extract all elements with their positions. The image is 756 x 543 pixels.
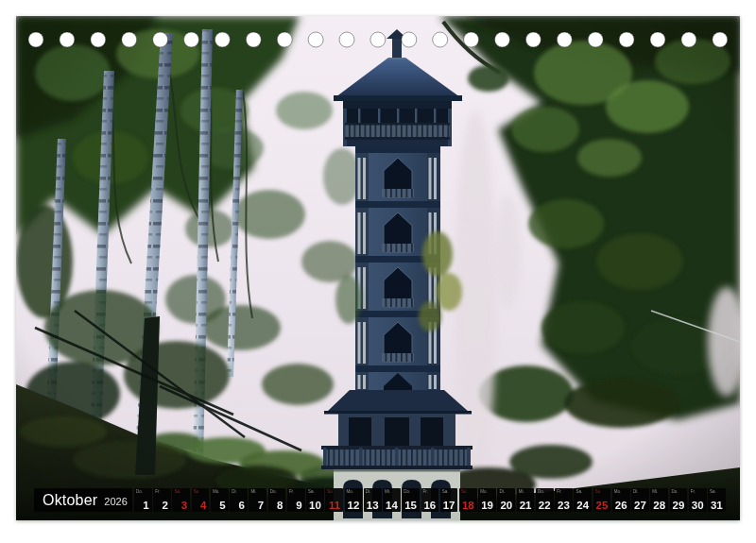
day-cells: Do.1Fr.2Sa.3So.4Mo.5Di.6Mi.7Do.8Fr.9Sa.1… bbox=[134, 488, 726, 512]
day-number: 27 bbox=[631, 500, 649, 511]
day-number: 9 bbox=[287, 500, 305, 511]
day-number: 31 bbox=[708, 500, 726, 511]
day-number: 17 bbox=[440, 500, 458, 511]
weekday-abbr: Di. bbox=[366, 489, 371, 494]
weekday-abbr: Di. bbox=[499, 489, 505, 494]
weekday-abbr: Sa. bbox=[308, 489, 315, 494]
calendar-day: Mo.19 bbox=[478, 488, 496, 512]
calendar-day: Sa.3 bbox=[172, 488, 190, 512]
punch-hole bbox=[60, 32, 75, 47]
punch-hole bbox=[713, 32, 728, 47]
weekday-abbr: Fr. bbox=[155, 489, 160, 494]
weekday-abbr: Sa. bbox=[710, 489, 716, 494]
day-number: 5 bbox=[211, 500, 229, 511]
calendar-day: Fr.16 bbox=[421, 488, 439, 512]
calendar-day: Sa.24 bbox=[574, 488, 592, 512]
punch-hole bbox=[433, 32, 448, 47]
calendar-day: Di.27 bbox=[631, 488, 649, 512]
weekday-abbr: Sa. bbox=[442, 489, 449, 494]
calendar-strip: Oktober 2026 Do.1Fr.2Sa.3So.4Mo.5Di.6Mi.… bbox=[34, 488, 726, 512]
punch-hole bbox=[370, 32, 386, 47]
day-number: 18 bbox=[459, 500, 477, 511]
punch-hole bbox=[681, 32, 696, 47]
day-number: 1 bbox=[134, 500, 152, 511]
calendar-day: Do.29 bbox=[670, 488, 688, 512]
calendar-day: Sa.17 bbox=[440, 488, 458, 512]
calendar-day: Mo.26 bbox=[612, 488, 630, 512]
calendar-day: Do.22 bbox=[536, 488, 554, 512]
day-number: 3 bbox=[172, 500, 190, 511]
calendar-day: Fr.30 bbox=[689, 488, 707, 512]
weekday-abbr: Mo. bbox=[347, 489, 354, 494]
punch-hole bbox=[215, 32, 230, 47]
punch-hole bbox=[339, 32, 354, 47]
calendar-day: Mi.7 bbox=[249, 488, 266, 512]
weekday-abbr: So. bbox=[194, 489, 200, 494]
day-number: 21 bbox=[517, 500, 535, 511]
punch-hole bbox=[588, 32, 603, 47]
day-number: 29 bbox=[670, 500, 688, 511]
calendar-day: Di.13 bbox=[364, 488, 382, 512]
weekday-abbr: Fr. bbox=[557, 489, 561, 494]
punch-hole bbox=[122, 32, 137, 47]
month-label: Oktober 2026 bbox=[34, 488, 132, 512]
day-number: 6 bbox=[230, 500, 248, 511]
punch-hole bbox=[619, 32, 634, 47]
punch-hole bbox=[277, 32, 292, 47]
weekday-abbr: Do. bbox=[672, 489, 679, 494]
weekday-abbr: Fr. bbox=[289, 489, 294, 494]
weekday-abbr: So. bbox=[595, 489, 602, 494]
punch-hole bbox=[28, 32, 43, 47]
day-number: 25 bbox=[593, 500, 611, 511]
binding-holes bbox=[28, 32, 728, 47]
calendar-photo bbox=[16, 16, 740, 520]
weekday-abbr: So. bbox=[461, 489, 468, 494]
punch-hole bbox=[495, 32, 510, 47]
calendar-day: Do.15 bbox=[402, 488, 420, 512]
calendar-day: Mi.21 bbox=[517, 488, 535, 512]
day-number: 20 bbox=[497, 500, 515, 511]
day-number: 23 bbox=[555, 500, 573, 511]
calendar-day: Sa.10 bbox=[306, 488, 324, 512]
day-number: 7 bbox=[249, 500, 266, 511]
calendar-day: Fr.23 bbox=[555, 488, 573, 512]
weekday-abbr: Mi. bbox=[385, 489, 390, 494]
weekday-abbr: Mi. bbox=[519, 489, 524, 494]
month-name: Oktober bbox=[43, 492, 97, 509]
punch-hole bbox=[91, 32, 106, 47]
day-number: 24 bbox=[574, 500, 592, 511]
day-number: 19 bbox=[478, 500, 496, 511]
weekday-abbr: Di. bbox=[633, 489, 639, 494]
day-number: 12 bbox=[345, 500, 363, 511]
calendar-day: Mo.5 bbox=[211, 488, 229, 512]
day-number: 2 bbox=[153, 500, 171, 511]
weekday-abbr: Do. bbox=[538, 489, 544, 494]
weekday-abbr: Sa. bbox=[576, 489, 582, 494]
punch-hole bbox=[557, 32, 572, 47]
weekday-abbr: Mo. bbox=[213, 489, 220, 494]
weekday-abbr: Fr. bbox=[691, 489, 696, 494]
calendar-day: So.4 bbox=[192, 488, 210, 512]
punch-hole bbox=[464, 32, 479, 47]
calendar-day: Fr.9 bbox=[287, 488, 305, 512]
calendar-day: So.11 bbox=[325, 488, 343, 512]
day-number: 22 bbox=[536, 500, 554, 511]
day-number: 30 bbox=[689, 500, 707, 511]
day-number: 28 bbox=[650, 500, 668, 511]
weekday-abbr: Fr. bbox=[423, 489, 428, 494]
weekday-abbr: Sa. bbox=[174, 489, 180, 494]
punch-hole bbox=[184, 32, 199, 47]
year-label: 2026 bbox=[104, 496, 127, 507]
calendar-day: Mi.14 bbox=[383, 488, 401, 512]
calendar-day: Mi.28 bbox=[650, 488, 668, 512]
calendar-day: So.18 bbox=[459, 488, 477, 512]
calendar-day: Mo.12 bbox=[345, 488, 363, 512]
weekday-abbr: Do. bbox=[136, 489, 143, 494]
weekday-abbr: Mi. bbox=[250, 489, 256, 494]
calendar-day: So.25 bbox=[593, 488, 611, 512]
calendar-day: Do.1 bbox=[134, 488, 152, 512]
vignette bbox=[16, 16, 740, 520]
punch-hole bbox=[246, 32, 261, 47]
day-number: 8 bbox=[268, 500, 286, 511]
day-number: 26 bbox=[612, 500, 630, 511]
